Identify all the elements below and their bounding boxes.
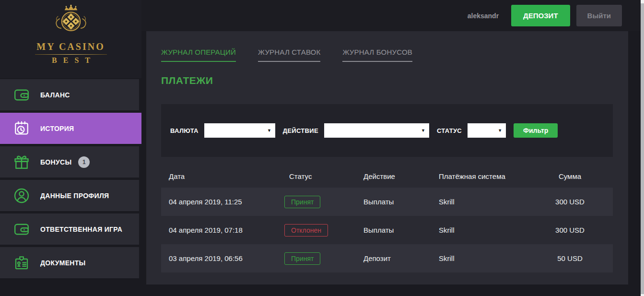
tab-operations-journal[interactable]: ЖУРНАЛ ОПЕРАЦИЙ xyxy=(161,48,236,62)
filter-panel: ВАЛЮТА ДЕЙСТВИЕ СТАТУС Фильтр xyxy=(161,104,613,157)
tab-bonuses-journal[interactable]: ЖУРНАЛ БОНУСОВ xyxy=(342,48,412,62)
topbar: aleksandr ДЕПОЗИТ Выйти xyxy=(141,0,644,31)
tab-bets-journal[interactable]: ЖУРНАЛ СТАВОК xyxy=(258,48,320,62)
currency-label: ВАЛЮТА xyxy=(170,127,199,134)
username[interactable]: aleksandr xyxy=(468,12,499,20)
column-header: Статус xyxy=(281,172,356,180)
logo-subtitle: BEST xyxy=(52,56,96,65)
sidebar-menu: БАЛАНС ИСТОРИЯ БОНУСЫ 1 ДАННЫЕ ПРОФИЛЯ О… xyxy=(0,79,141,278)
sidebar: MY CASINO BEST БАЛАНС ИСТОРИЯ БОНУСЫ 1 Д… xyxy=(0,0,141,296)
page: MY CASINO BEST БАЛАНС ИСТОРИЯ БОНУСЫ 1 Д… xyxy=(0,0,644,296)
logout-button[interactable]: Выйти xyxy=(576,5,622,26)
profile-icon xyxy=(13,187,30,204)
action-filter-group: ДЕЙСТВИЕ xyxy=(283,123,429,138)
status-filter-group: СТАТУС xyxy=(437,123,506,138)
table-header-row: ДатаСтатусДействиеПлатёжная системаСумма xyxy=(161,165,613,188)
column-header: Платёжная система xyxy=(431,172,527,180)
status-label: СТАТУС xyxy=(437,127,462,134)
row-action: Выплаты xyxy=(356,198,431,206)
scrollbar-thumb[interactable] xyxy=(641,3,644,294)
row-amount: 300 USD xyxy=(527,226,613,234)
row-action: Депозит xyxy=(356,254,431,262)
sidebar-item-responsible-gaming[interactable]: ОТВЕТСТВЕННАЯ ИГРА xyxy=(0,213,139,245)
status-badge: Принят xyxy=(284,196,320,208)
row-amount: 300 USD xyxy=(527,198,613,206)
row-date: 04 апреля 2019, 11:25 xyxy=(161,198,281,206)
deposit-button[interactable]: ДЕПОЗИТ xyxy=(511,5,570,26)
logo-title: MY CASINO xyxy=(36,41,105,52)
status-badge: Отклонен xyxy=(284,224,328,237)
table-row: 04 апреля 2019, 11:25 Принят Выплаты Skr… xyxy=(161,188,613,216)
currency-filter-group: ВАЛЮТА xyxy=(170,123,275,138)
table-body: 04 апреля 2019, 11:25 Принят Выплаты Skr… xyxy=(161,188,613,272)
bonus-count-badge: 1 xyxy=(78,156,90,168)
row-status: Принят xyxy=(281,252,356,265)
logo-divider xyxy=(35,54,107,55)
sidebar-item-label: ДОКУМЕНТЫ xyxy=(40,259,86,267)
casino-crest-icon xyxy=(47,3,95,40)
payments-table: ДатаСтатусДействиеПлатёжная системаСумма… xyxy=(161,165,613,272)
main-content: ЖУРНАЛ ОПЕРАЦИЙЖУРНАЛ СТАВОКЖУРНАЛ БОНУС… xyxy=(146,31,628,284)
filter-button[interactable]: Фильтр xyxy=(514,123,558,138)
gift-icon xyxy=(13,154,30,171)
row-status: Принят xyxy=(281,196,356,208)
history-icon xyxy=(13,120,30,137)
tabs: ЖУРНАЛ ОПЕРАЦИЙЖУРНАЛ СТАВОКЖУРНАЛ БОНУС… xyxy=(161,48,628,62)
sidebar-item-profile-data[interactable]: ДАННЫЕ ПРОФИЛЯ xyxy=(0,180,139,211)
table-row: 03 апреля 2019, 06:56 Принят Депозит Skr… xyxy=(161,244,613,272)
row-payment-system: Skrill xyxy=(431,198,527,206)
row-date: 04 апреля 2019, 07:18 xyxy=(161,226,281,234)
table-row: 04 апреля 2019, 07:18 Отклонен Выплаты S… xyxy=(161,216,613,244)
sidebar-item-label: ОТВЕТСТВЕННАЯ ИГРА xyxy=(40,225,122,233)
column-header: Сумма xyxy=(527,172,613,180)
currency-select[interactable] xyxy=(204,123,275,138)
row-status: Отклонен xyxy=(281,224,356,237)
scrollbar[interactable] xyxy=(641,0,644,296)
sidebar-item-label: ИСТОРИЯ xyxy=(40,125,74,132)
sidebar-item-label: БОНУСЫ xyxy=(40,158,71,166)
documents-icon xyxy=(13,254,30,272)
row-payment-system: Skrill xyxy=(431,254,527,262)
sidebar-item-history[interactable]: ИСТОРИЯ xyxy=(0,113,141,144)
sidebar-item-label: ДАННЫЕ ПРОФИЛЯ xyxy=(40,192,109,200)
action-label: ДЕЙСТВИЕ xyxy=(283,127,318,134)
row-amount: 50 USD xyxy=(527,254,613,262)
logo[interactable]: MY CASINO BEST xyxy=(0,0,141,78)
wallet-icon xyxy=(13,86,30,104)
action-select[interactable] xyxy=(324,123,429,138)
sidebar-item-label: БАЛАНС xyxy=(40,91,70,99)
row-date: 03 апреля 2019, 06:56 xyxy=(161,254,281,262)
column-header: Действие xyxy=(356,172,431,180)
wallet-icon xyxy=(13,221,30,238)
row-payment-system: Skrill xyxy=(431,226,527,234)
row-action: Выплаты xyxy=(356,226,431,234)
sidebar-item-documents[interactable]: ДОКУМЕНТЫ xyxy=(0,247,139,278)
column-header: Дата xyxy=(161,172,281,180)
page-title: ПЛАТЕЖИ xyxy=(161,75,628,86)
status-select[interactable] xyxy=(468,123,506,138)
sidebar-item-balance[interactable]: БАЛАНС xyxy=(0,79,139,110)
sidebar-item-bonuses[interactable]: БОНУСЫ 1 xyxy=(0,146,139,178)
status-badge: Принят xyxy=(284,252,320,265)
